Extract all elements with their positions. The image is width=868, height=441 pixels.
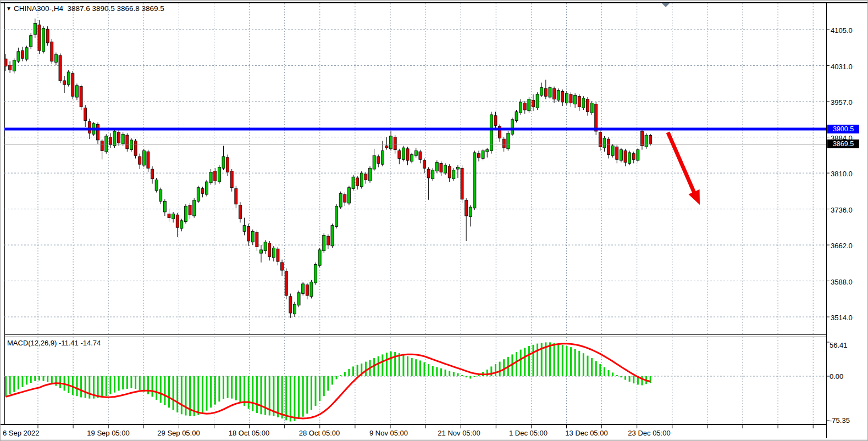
bear-candle bbox=[134, 141, 137, 156]
macd-bar bbox=[562, 345, 563, 376]
bull-candle bbox=[645, 135, 648, 147]
bull-candle bbox=[528, 99, 530, 111]
bear-candle bbox=[51, 42, 53, 61]
macd-bar bbox=[202, 376, 203, 413]
macd-bar bbox=[315, 376, 317, 406]
bull-candle bbox=[193, 200, 196, 216]
bull-candle bbox=[611, 146, 614, 156]
bear-candle bbox=[88, 121, 91, 133]
macd-bar bbox=[503, 359, 505, 376]
macd-bar bbox=[390, 351, 392, 376]
macd-bar bbox=[18, 376, 19, 389]
price-tick-label: 3662.0 bbox=[831, 242, 853, 250]
macd-bar bbox=[135, 376, 136, 389]
macd-bar bbox=[21, 376, 23, 387]
macd-bar bbox=[449, 371, 450, 376]
bull-candle bbox=[515, 112, 518, 121]
bull-candle bbox=[402, 148, 405, 159]
macd-bar bbox=[399, 353, 400, 376]
bear-candle bbox=[419, 152, 422, 159]
macd-bar bbox=[147, 376, 149, 394]
bear-candle bbox=[595, 104, 598, 131]
bear-candle bbox=[344, 194, 346, 202]
bear-candle bbox=[327, 236, 329, 245]
time-tick-label: 28 Oct 05:00 bbox=[299, 429, 340, 437]
down-trend-arrow[interactable] bbox=[668, 132, 700, 205]
macd-bar bbox=[365, 362, 367, 376]
macd-bar bbox=[285, 376, 287, 420]
bear-candle bbox=[570, 94, 572, 103]
bull-candle bbox=[25, 48, 28, 59]
macd-bar bbox=[311, 376, 312, 410]
macd-bar bbox=[532, 345, 534, 376]
price-tick-label: 3957.0 bbox=[831, 98, 853, 107]
bull-candle bbox=[155, 180, 158, 190]
bull-candle bbox=[121, 134, 124, 144]
bear-candle bbox=[268, 243, 271, 257]
bear-candle bbox=[46, 29, 49, 43]
macd-bar bbox=[80, 376, 82, 398]
bull-candle bbox=[335, 206, 338, 226]
macd-bar bbox=[549, 342, 551, 376]
macd-bar bbox=[197, 376, 199, 415]
chart-shift-marker-icon[interactable] bbox=[661, 3, 670, 7]
macd-bar bbox=[557, 344, 559, 376]
price-tick-label: 3514.0 bbox=[831, 314, 853, 322]
macd-bar bbox=[290, 376, 291, 422]
bear-candle bbox=[377, 157, 380, 163]
macd-bar bbox=[620, 376, 622, 377]
macd-bar bbox=[578, 351, 580, 376]
macd-bar bbox=[469, 376, 471, 378]
macd-bar bbox=[466, 376, 467, 377]
bear-candle bbox=[226, 158, 229, 172]
macd-bar bbox=[47, 376, 48, 382]
bull-candle bbox=[264, 242, 267, 251]
bull-candle bbox=[540, 87, 543, 95]
bull-candle bbox=[42, 28, 45, 51]
macd-bar bbox=[357, 365, 358, 376]
bull-candle bbox=[603, 138, 606, 148]
chart-title: ▼CHINA300-,H4 3887.6 3890.5 3866.8 3869.… bbox=[6, 4, 164, 13]
macd-bar bbox=[210, 376, 212, 407]
bull-candle bbox=[557, 91, 560, 101]
macd-bar bbox=[382, 354, 383, 376]
bull-candle bbox=[209, 172, 212, 182]
bear-candle bbox=[385, 146, 388, 148]
bear-candle bbox=[230, 171, 233, 188]
macd-bar bbox=[85, 376, 86, 398]
bear-candle bbox=[101, 141, 103, 151]
bull-candle bbox=[590, 103, 593, 113]
macd-bar bbox=[256, 376, 258, 413]
macd-bar bbox=[612, 372, 613, 376]
macd-bar bbox=[457, 373, 458, 377]
bear-candle bbox=[63, 81, 66, 85]
macd-bar bbox=[231, 376, 233, 399]
bear-candle bbox=[176, 215, 179, 227]
macd-bar bbox=[386, 353, 388, 376]
chart-canvas[interactable] bbox=[1, 1, 868, 441]
macd-indicator-pane[interactable] bbox=[5, 342, 651, 421]
bull-candle bbox=[490, 115, 493, 150]
macd-bar bbox=[344, 372, 346, 376]
bear-candle bbox=[84, 108, 87, 121]
time-tick-label: 1 Dec 05:00 bbox=[509, 429, 548, 437]
bear-candle bbox=[247, 226, 250, 241]
bull-candle bbox=[339, 193, 342, 207]
bull-candle bbox=[251, 231, 254, 242]
macd-bar bbox=[239, 376, 241, 403]
macd-bar bbox=[38, 376, 40, 381]
bull-candle bbox=[473, 153, 476, 208]
macd-bar bbox=[495, 364, 496, 376]
macd-bar bbox=[302, 376, 304, 417]
macd-bar bbox=[294, 376, 295, 421]
bear-candle bbox=[599, 132, 601, 147]
bear-candle bbox=[632, 154, 635, 160]
bear-candle bbox=[151, 169, 154, 179]
bull-candle bbox=[482, 150, 484, 158]
bull-candle bbox=[218, 167, 220, 182]
bear-candle bbox=[139, 157, 141, 164]
bull-candle bbox=[331, 226, 334, 246]
macd-bar bbox=[336, 376, 338, 379]
bull-candle bbox=[352, 177, 355, 188]
macd-bar bbox=[348, 369, 350, 376]
